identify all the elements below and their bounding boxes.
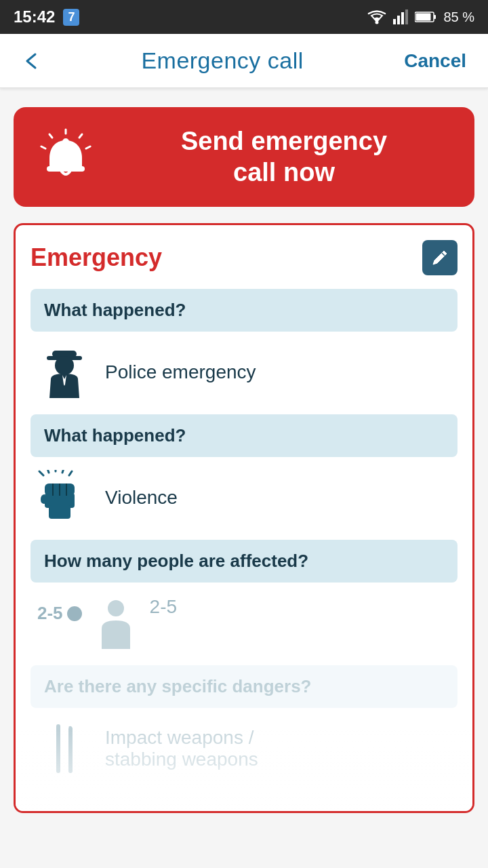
person-icon (89, 596, 143, 650)
main-content: Send emergencycall now Emergency What ha… (0, 88, 488, 832)
svg-rect-7 (434, 15, 436, 19)
section-dangers: Are there any specific dangers? Impact w… (30, 665, 458, 778)
svg-line-19 (39, 471, 43, 475)
status-notification: 7 (63, 9, 79, 26)
section-people: How many people are affected? 2-5 2-5 (30, 540, 458, 653)
weapons-svg (44, 722, 85, 776)
svg-rect-31 (56, 724, 60, 773)
section-violence: What happened? (30, 414, 458, 528)
battery-icon (415, 11, 436, 23)
answer-row-1: Police emergency (30, 342, 458, 402)
svg-line-10 (49, 134, 52, 138)
question-label-1: What happened? (30, 289, 458, 332)
emergency-card: Emergency What happened? (14, 223, 474, 813)
svg-line-23 (69, 471, 72, 475)
answer-text-3: 2-5 (150, 596, 177, 618)
fist-svg (38, 470, 91, 526)
answer-text-4: Impact weapons /stabbing weapons (105, 727, 258, 770)
police-officer-icon (37, 345, 92, 399)
send-emergency-button[interactable]: Send emergencycall now (14, 107, 474, 207)
signal-icon (393, 9, 408, 24)
svg-point-30 (108, 600, 124, 616)
count-person-dot (67, 606, 82, 621)
answer-row-2: Violence (30, 468, 458, 528)
back-button[interactable] (16, 46, 46, 76)
count-badge: 2-5 (37, 603, 82, 624)
svg-rect-3 (401, 12, 404, 24)
alarm-bell-icon (37, 128, 95, 186)
svg-point-0 (375, 21, 379, 24)
answer-row-4: Impact weapons /stabbing weapons (30, 719, 458, 778)
pencil-icon (430, 248, 449, 267)
svg-line-9 (79, 134, 82, 138)
status-bar: 15:42 7 85 % (0, 0, 488, 34)
emergency-button-label: Send emergencycall now (115, 126, 453, 188)
fist-icon (37, 471, 92, 525)
answer-text-1: Police emergency (105, 361, 256, 383)
svg-rect-2 (397, 16, 400, 24)
count-label: 2-5 (37, 603, 63, 624)
svg-line-22 (62, 470, 64, 473)
svg-rect-29 (49, 505, 70, 519)
answer-text-2: Violence (105, 487, 178, 509)
back-arrow-icon (22, 52, 41, 71)
svg-line-12 (41, 146, 45, 149)
wifi-icon (367, 9, 386, 24)
svg-line-11 (86, 146, 90, 149)
section-police: What happened? Po (30, 289, 458, 402)
page-title: Emergency call (141, 47, 303, 74)
svg-rect-1 (393, 19, 396, 24)
person-svg (92, 596, 140, 650)
officer-svg (40, 345, 89, 399)
people-count-row: 2-5 2-5 (30, 593, 458, 653)
weapons-icon (37, 722, 92, 776)
card-header: Emergency (30, 240, 458, 275)
svg-line-20 (47, 470, 49, 473)
card-title: Emergency (30, 243, 162, 272)
svg-point-18 (55, 356, 74, 375)
svg-point-14 (62, 138, 69, 145)
question-label-2: What happened? (30, 414, 458, 457)
status-left: 15:42 7 (14, 7, 79, 26)
alarm-icon-wrapper (35, 127, 96, 188)
edit-button[interactable] (422, 240, 458, 275)
cancel-button[interactable]: Cancel (399, 45, 472, 77)
svg-rect-4 (405, 9, 408, 24)
svg-rect-6 (416, 14, 431, 21)
status-right: 85 % (367, 9, 474, 25)
status-time: 15:42 (14, 7, 55, 26)
battery-percent: 85 % (443, 9, 474, 25)
top-nav: Emergency call Cancel (0, 34, 488, 88)
question-label-3: How many people are affected? (30, 540, 458, 583)
svg-rect-13 (47, 166, 85, 172)
svg-rect-32 (68, 727, 73, 773)
question-label-4: Are there any specific dangers? (30, 665, 458, 708)
